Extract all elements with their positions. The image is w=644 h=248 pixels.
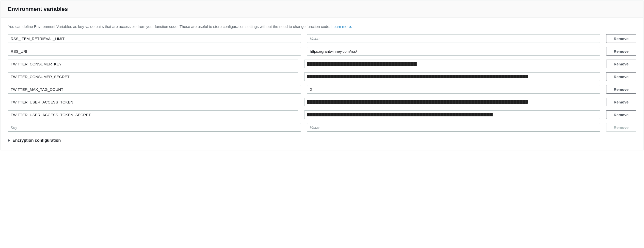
env-var-row-empty: Remove [8, 123, 636, 132]
encryption-config-expander[interactable]: Encryption configuration [8, 138, 636, 143]
remove-button: Remove [606, 123, 636, 132]
env-var-key-input[interactable] [8, 34, 301, 43]
env-var-value-redacted[interactable] [304, 110, 600, 119]
encryption-config-label: Encryption configuration [12, 138, 61, 143]
env-var-rows: RemoveRemoveRemoveRemoveRemoveRemoveRemo… [8, 34, 636, 132]
remove-button[interactable]: Remove [606, 60, 636, 68]
env-var-key-input[interactable] [8, 98, 298, 106]
description-text: You can define Environment Variables as … [8, 24, 636, 29]
redacted-bar [307, 100, 528, 104]
env-var-value-redacted[interactable] [304, 98, 600, 106]
env-var-row: Remove [8, 34, 636, 43]
env-var-value-input[interactable] [307, 47, 600, 56]
remove-button[interactable]: Remove [606, 85, 636, 94]
redacted-bar [307, 62, 417, 66]
env-var-row: Remove [8, 47, 636, 56]
env-var-value-input[interactable] [307, 85, 600, 94]
env-vars-panel: Environment variables You can define Env… [1, 1, 643, 150]
remove-button[interactable]: Remove [606, 72, 636, 81]
env-var-value-redacted[interactable] [304, 60, 600, 68]
env-var-key-input[interactable] [8, 123, 301, 132]
env-var-row: Remove [8, 98, 636, 106]
redacted-bar [307, 113, 493, 116]
env-var-row: Remove [8, 72, 636, 81]
env-var-key-input[interactable] [8, 72, 298, 81]
redacted-bar [307, 75, 528, 78]
remove-button[interactable]: Remove [606, 98, 636, 106]
panel-body: You can define Environment Variables as … [1, 18, 643, 150]
env-var-value-input[interactable] [307, 123, 600, 132]
env-var-row: Remove [8, 110, 636, 119]
env-var-value-input[interactable] [307, 34, 600, 43]
env-var-key-input[interactable] [8, 60, 298, 68]
env-var-key-input[interactable] [8, 85, 301, 94]
remove-button[interactable]: Remove [606, 34, 636, 43]
env-var-row: Remove [8, 60, 636, 68]
panel-header: Environment variables [1, 1, 643, 18]
env-var-key-input[interactable] [8, 47, 301, 56]
env-var-key-input[interactable] [8, 110, 298, 119]
remove-button[interactable]: Remove [606, 47, 636, 56]
env-var-value-redacted[interactable] [304, 72, 600, 81]
description-prefix: You can define Environment Variables as … [8, 24, 331, 29]
remove-button[interactable]: Remove [606, 110, 636, 119]
learn-more-link[interactable]: Learn more. [331, 24, 352, 29]
env-var-row: Remove [8, 85, 636, 94]
caret-right-icon [8, 139, 10, 142]
panel-title: Environment variables [8, 6, 636, 12]
